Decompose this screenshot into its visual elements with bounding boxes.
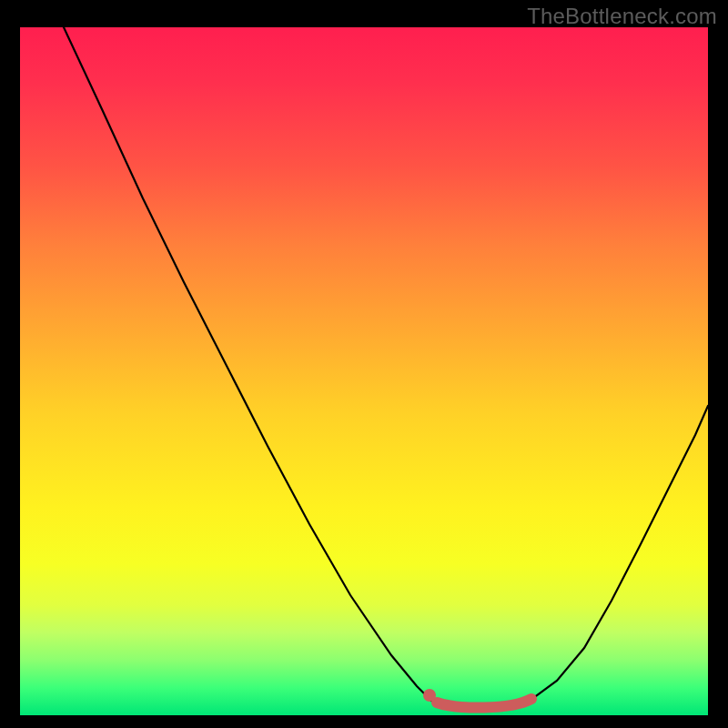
optimal-zone-highlight (437, 699, 531, 708)
right-branch-curve (530, 406, 708, 701)
curve-layer (20, 27, 708, 715)
left-branch-curve (64, 27, 431, 701)
watermark-text: TheBottleneck.com (527, 4, 717, 29)
plot-area (20, 27, 708, 715)
chart-frame: TheBottleneck.com (0, 0, 728, 728)
optimal-start-dot (423, 689, 436, 702)
